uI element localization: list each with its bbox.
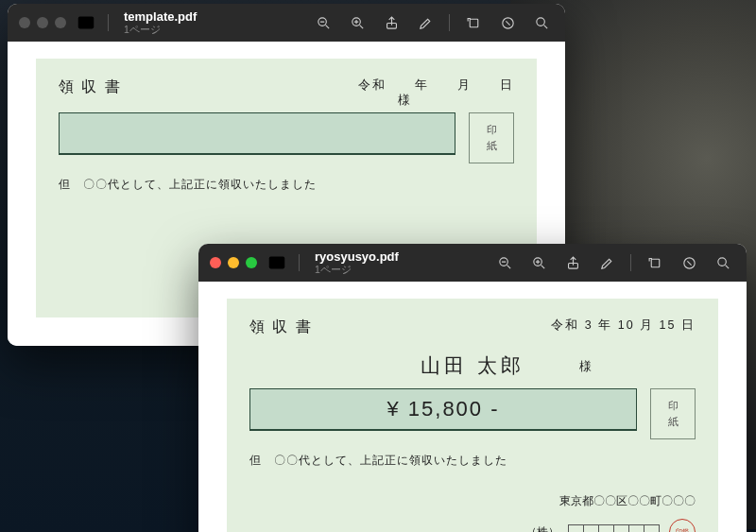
svg-line-3 [325, 25, 329, 28]
stamp-char: 印 [487, 123, 497, 137]
rotate-icon[interactable] [461, 10, 486, 35]
svg-rect-0 [78, 17, 94, 29]
svg-rect-14 [269, 257, 285, 269]
honorific-sama: 様 [398, 92, 410, 109]
filename-label: ryosyusyo.pdf [315, 250, 399, 265]
receipt-title: 領 収 書 [59, 77, 122, 97]
stamp-char: 印 [668, 399, 679, 413]
zoom-in-icon[interactable] [526, 250, 551, 275]
filename-label: template.pdf [124, 10, 197, 25]
company-prefix: （株） [525, 524, 559, 533]
date-line: 令和 年 月 日 [358, 77, 514, 94]
desktop: template.pdf 1ページ 領 収 書 令和 年 月 日 [0, 0, 756, 532]
amount-box: ¥ 15,800 - [249, 388, 637, 431]
date-line: 令和 3 年 10 月 15 日 [551, 317, 696, 334]
seal-text: 印鑑 [676, 527, 689, 532]
close-dot[interactable] [19, 17, 30, 28]
titlebar[interactable]: ryosyusyo.pdf 1ページ [198, 244, 747, 282]
highlight-icon[interactable] [677, 250, 701, 275]
rotate-icon[interactable] [643, 250, 667, 275]
markup-icon[interactable] [413, 10, 438, 35]
svg-rect-24 [651, 259, 660, 267]
stamp-char: 紙 [668, 415, 679, 429]
proviso-line: 但 〇〇代として、上記正に領収いたしました [249, 453, 696, 469]
share-icon[interactable] [560, 250, 585, 275]
zoom-dot[interactable] [55, 17, 66, 28]
zoom-out-icon[interactable] [311, 10, 335, 35]
share-icon[interactable] [379, 10, 404, 35]
zoom-dot[interactable] [246, 257, 257, 268]
search-icon[interactable] [711, 250, 735, 275]
markup-icon[interactable] [594, 250, 619, 275]
svg-line-6 [359, 25, 363, 28]
issuer-footer: 東京都〇〇区〇〇町〇〇〇 （株） 印鑑 [249, 493, 696, 532]
page-count-label: 1ページ [315, 264, 399, 275]
separator [299, 254, 300, 271]
preview-window-ryosyusyo[interactable]: ryosyusyo.pdf 1ページ 領 収 書 令和 3 年 10 月 15 … [198, 244, 747, 532]
receipt-title: 領 収 書 [249, 317, 313, 337]
sidebar-toggle-icon[interactable] [266, 252, 287, 273]
page-count-label: 1ページ [124, 24, 197, 35]
separator [108, 14, 109, 31]
zoom-out-icon[interactable] [492, 250, 517, 275]
separator [630, 254, 631, 271]
minimize-dot[interactable] [228, 257, 239, 268]
revenue-stamp-box: 印 紙 [469, 112, 514, 163]
svg-point-26 [717, 257, 726, 266]
document-page: 領 収 書 令和 3 年 10 月 15 日 山田 太郎 様 ¥ 15,800 … [198, 282, 747, 532]
highlight-icon[interactable] [495, 10, 520, 35]
window-controls [210, 257, 257, 268]
payee-name: 山田 太郎 [249, 352, 696, 379]
receipt-body: 領 収 書 令和 3 年 10 月 15 日 山田 太郎 様 ¥ 15,800 … [227, 299, 718, 532]
search-icon[interactable] [529, 10, 554, 35]
sidebar-toggle-icon[interactable] [76, 12, 96, 33]
revenue-stamp-box: 印 紙 [650, 388, 696, 439]
minimize-dot[interactable] [37, 17, 48, 28]
proviso-line: 但 〇〇代として、上記正に領収いたしました [59, 177, 514, 193]
svg-line-20 [541, 265, 544, 268]
separator [449, 14, 450, 31]
zoom-in-icon[interactable] [345, 10, 369, 35]
svg-line-13 [543, 25, 547, 28]
svg-line-27 [725, 265, 729, 268]
svg-rect-10 [470, 19, 478, 27]
company-name-boxes [569, 524, 660, 533]
amount-box [59, 112, 455, 155]
stamp-char: 紙 [487, 139, 497, 153]
issuer-address: 東京都〇〇区〇〇町〇〇〇 [559, 493, 696, 509]
window-title: template.pdf 1ページ [124, 10, 197, 36]
window-controls [19, 17, 66, 28]
honorific-sama: 様 [579, 358, 592, 375]
svg-line-17 [507, 265, 510, 268]
window-title: ryosyusyo.pdf 1ページ [315, 250, 399, 276]
payee-row: 山田 太郎 様 [249, 352, 696, 379]
titlebar[interactable]: template.pdf 1ページ [8, 4, 565, 42]
close-dot[interactable] [210, 257, 221, 268]
company-seal-icon: 印鑑 [669, 519, 696, 532]
svg-point-12 [536, 17, 544, 25]
